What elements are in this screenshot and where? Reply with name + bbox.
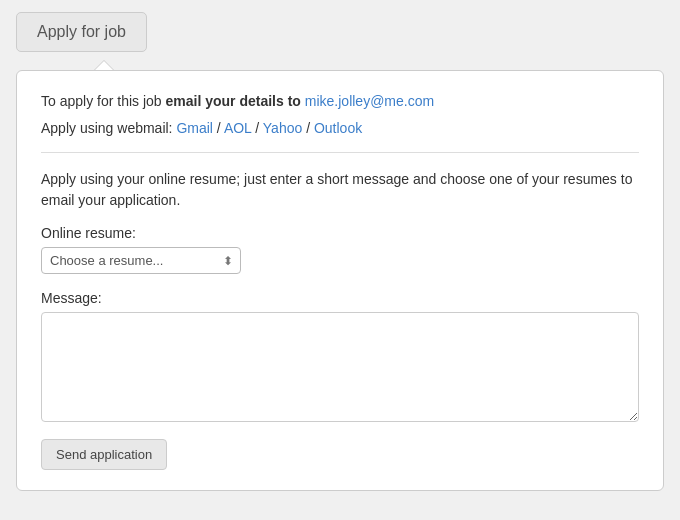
- popup-card: To apply for this job email your details…: [16, 70, 664, 491]
- email-details-line: To apply for this job email your details…: [41, 91, 639, 112]
- message-textarea[interactable]: [41, 312, 639, 422]
- message-label: Message:: [41, 290, 639, 306]
- outlook-link[interactable]: Outlook: [314, 120, 362, 136]
- message-field-wrap: [41, 312, 639, 425]
- email-intro-text: To apply for this job: [41, 93, 166, 109]
- aol-link[interactable]: AOL: [224, 120, 252, 136]
- webmail-label: Apply using webmail:: [41, 120, 173, 136]
- popup-triangle-inner: [95, 61, 113, 70]
- yahoo-link[interactable]: Yahoo: [263, 120, 302, 136]
- email-link[interactable]: mike.jolley@me.com: [305, 93, 434, 109]
- webmail-line: Apply using webmail: Gmail / AOL / Yahoo…: [41, 120, 639, 136]
- section-divider: [41, 152, 639, 153]
- resume-intro-text: Apply using your online resume; just ent…: [41, 169, 639, 211]
- resume-select-wrapper: Choose a resume... ⬍: [41, 247, 241, 274]
- separator-3: /: [306, 120, 314, 136]
- page-container: Apply for job To apply for this job emai…: [0, 0, 680, 520]
- gmail-link[interactable]: Gmail: [176, 120, 213, 136]
- resume-select[interactable]: Choose a resume...: [41, 247, 241, 274]
- send-application-button[interactable]: Send application: [41, 439, 167, 470]
- separator-1: /: [217, 120, 224, 136]
- separator-2: /: [255, 120, 263, 136]
- online-resume-label: Online resume:: [41, 225, 639, 241]
- apply-for-job-button[interactable]: Apply for job: [16, 12, 147, 52]
- email-bold-text: email your details to: [166, 93, 301, 109]
